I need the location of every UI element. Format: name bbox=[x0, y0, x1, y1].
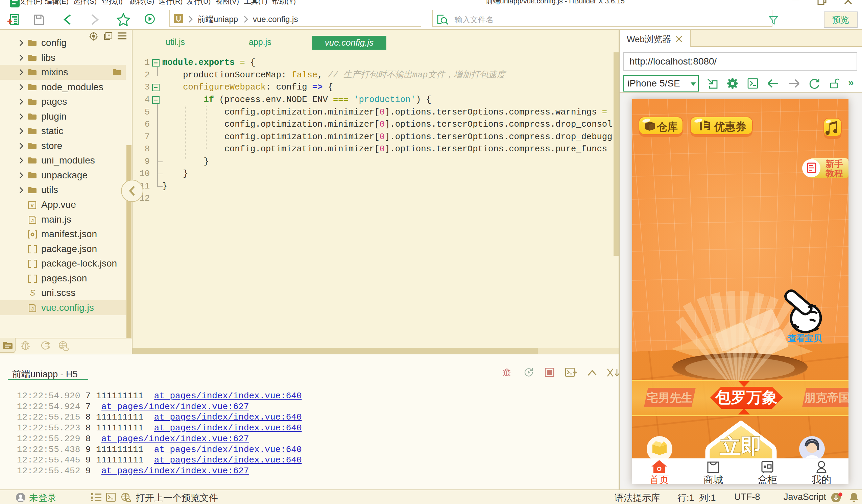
svg-text:V: V bbox=[30, 202, 34, 208]
svg-text:盒柜: 盒柜 bbox=[758, 474, 777, 484]
svg-text:J: J bbox=[31, 218, 34, 223]
svg-text:商城: 商城 bbox=[704, 474, 723, 484]
svg-text:查看宝贝: 查看宝贝 bbox=[788, 333, 822, 343]
svg-text:首页: 首页 bbox=[649, 474, 669, 484]
svg-text:教程: 教程 bbox=[825, 168, 843, 178]
svg-text:仓库: 仓库 bbox=[656, 121, 678, 133]
svg-text:J: J bbox=[31, 306, 34, 311]
svg-text:包罗万象: 包罗万象 bbox=[715, 388, 778, 406]
svg-text:优惠券: 优惠券 bbox=[714, 121, 746, 133]
svg-text:S: S bbox=[30, 289, 35, 297]
svg-text:朋克帝国: 朋克帝国 bbox=[804, 391, 848, 404]
svg-text:我的: 我的 bbox=[812, 474, 831, 484]
svg-text:新手: 新手 bbox=[825, 159, 843, 169]
svg-text:立即: 立即 bbox=[720, 434, 762, 458]
svg-text:宅男先生: 宅男先生 bbox=[646, 391, 693, 404]
